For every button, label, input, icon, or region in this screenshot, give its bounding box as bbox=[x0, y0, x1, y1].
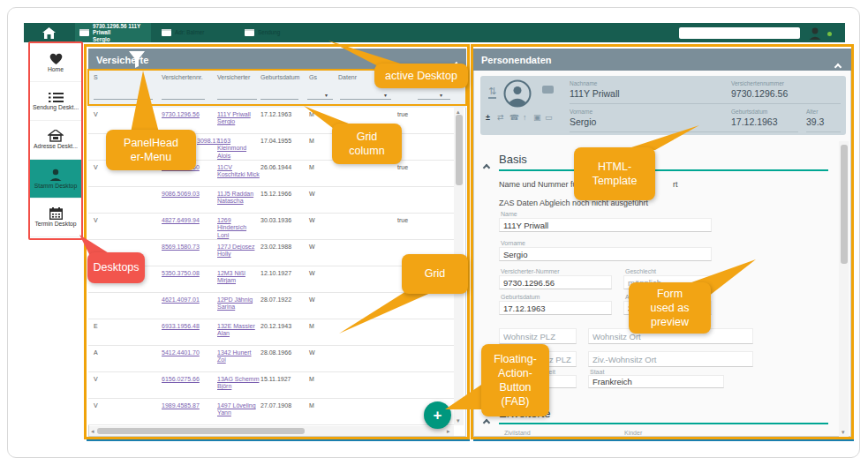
sidebar-item-adresse-desktop[interactable]: Adresse Deskt... bbox=[29, 121, 82, 160]
field-label: Geburtsdatum bbox=[731, 109, 767, 115]
scroll-left-icon[interactable]: ◂ bbox=[91, 428, 94, 434]
vorname-field[interactable] bbox=[499, 247, 712, 261]
home-button[interactable] bbox=[24, 23, 73, 42]
filter-input[interactable] bbox=[418, 99, 450, 100]
versicherter-link[interactable]: 1342 Hunert Zoi bbox=[217, 349, 260, 364]
cell-gs: M bbox=[309, 111, 314, 118]
scroll-up-icon[interactable]: ▴ bbox=[457, 109, 460, 115]
section-title-basis[interactable]: Basis bbox=[499, 153, 527, 166]
plus-minus-icon[interactable]: ± bbox=[486, 114, 490, 122]
grid-hscroll-thumb[interactable] bbox=[97, 428, 305, 434]
filter-input[interactable] bbox=[94, 99, 153, 100]
filter-dropdown-icon[interactable]: ▾ bbox=[440, 92, 442, 98]
tab-sendung[interactable]: Sendung bbox=[240, 23, 284, 42]
chat-icon[interactable] bbox=[542, 86, 554, 94]
section-collapse-icon[interactable] bbox=[484, 158, 489, 174]
filter-funnel-icon[interactable] bbox=[129, 51, 145, 69]
scroll-down-icon[interactable]: ▾ bbox=[457, 417, 460, 424]
collapse-up-icon[interactable] bbox=[835, 57, 841, 73]
copy-icon[interactable]: ▣ bbox=[533, 114, 541, 122]
field-label: Versicherter-Nummer bbox=[501, 268, 560, 274]
filter-input[interactable] bbox=[307, 99, 333, 100]
versicherter-link[interactable]: 127J Dejosez Holly bbox=[217, 244, 260, 259]
table-row[interactable]: E6933.1956.48132E Massier Alan20.12.1943… bbox=[88, 319, 454, 346]
table-row[interactable]: 9086.5069.0311J5 Raddan Natascha15.12.19… bbox=[88, 187, 454, 214]
tab-adr-balmer[interactable]: Adr: Balmer bbox=[157, 23, 208, 42]
grid-vscroll-thumb[interactable] bbox=[456, 115, 463, 185]
phone-icon[interactable]: ☎ bbox=[509, 114, 519, 122]
versicherter-link[interactable]: 12PD Jähnig Sarina bbox=[217, 296, 260, 311]
global-search-input[interactable] bbox=[679, 27, 800, 39]
arrow-up-icon[interactable]: ↑ bbox=[523, 114, 527, 122]
home-icon bbox=[42, 27, 56, 39]
field-label: Alter bbox=[806, 109, 818, 115]
name-field[interactable] bbox=[499, 218, 712, 232]
filter-dropdown-icon[interactable]: ▾ bbox=[384, 92, 387, 98]
cell-geburtsdatum: 12.10.1927 bbox=[260, 270, 291, 277]
window-icon bbox=[79, 29, 89, 36]
column-header[interactable]: Versicherter bbox=[217, 74, 250, 80]
cell-gs: W bbox=[309, 217, 315, 224]
versicherter-link[interactable]: 11J5 Raddan Natascha bbox=[217, 191, 260, 206]
versicherter-link[interactable]: 1497 Löveling Yann bbox=[217, 402, 260, 417]
versicherter-link[interactable]: 1163 Kleinmond Alois bbox=[217, 138, 260, 160]
table-row[interactable]: A5412.4401.701342 Hunert Zoi28.08.1966W bbox=[88, 346, 454, 372]
versichertennr-link[interactable]: 1989.4585.87 bbox=[162, 402, 200, 409]
staat-field[interactable] bbox=[588, 375, 724, 388]
versichertennr-link[interactable]: 4827.6499.94 bbox=[162, 217, 200, 224]
cell-gs: M bbox=[309, 402, 314, 409]
column-header[interactable]: Versichertennr. bbox=[162, 74, 203, 80]
versichertennr-link[interactable]: 6933.1956.48 bbox=[162, 323, 200, 330]
versichertennr-link[interactable]: 9086.5069.03 bbox=[162, 191, 200, 198]
versicherter-nummer-field[interactable] bbox=[499, 275, 612, 289]
scroll-down-icon[interactable]: ▾ bbox=[842, 429, 845, 435]
wohnsitz-plz-field[interactable] bbox=[499, 328, 577, 344]
table-row[interactable]: V6156.0275.6613AG Schemm Björn15.11.1927… bbox=[88, 372, 454, 399]
versicherter-link[interactable]: 12M3 Nißl Mirjam bbox=[217, 270, 260, 285]
versicherter-link[interactable]: 11CV Koschitzki Mick bbox=[217, 164, 260, 179]
form-vscroll-thumb[interactable] bbox=[841, 145, 848, 264]
table-row[interactable]: V1989.4585.871497 Löveling Yann27.07.190… bbox=[88, 399, 454, 425]
versicherter-link[interactable]: 111Y Priwall Sergio bbox=[217, 111, 260, 126]
cell-status: V bbox=[94, 111, 98, 118]
geburtsdatum-field[interactable] bbox=[499, 301, 612, 315]
column-header[interactable]: Geburtsdatum bbox=[260, 74, 299, 80]
callout-active-desktop: active Desktop bbox=[374, 64, 468, 88]
filter-dropdown-icon[interactable]: ▾ bbox=[325, 92, 328, 98]
versichertennr-link[interactable]: 9730.1296.56 bbox=[162, 111, 200, 118]
versicherter-link[interactable]: 13AG Schemm Björn bbox=[217, 376, 260, 391]
comment-icon[interactable]: ▭ bbox=[545, 114, 553, 122]
filter-input[interactable] bbox=[162, 99, 205, 100]
versicherter-link[interactable]: 132E Massier Alan bbox=[217, 323, 260, 338]
sidebar-item-termin-desktop[interactable]: Termin Desktop bbox=[29, 199, 82, 237]
scroll-right-icon[interactable]: ▸ bbox=[447, 428, 450, 434]
sidebar-item-stamm-desktop[interactable]: Stamm Desktop bbox=[29, 160, 82, 199]
versicherter-link[interactable]: 1269 Hindersich Loni bbox=[217, 217, 260, 239]
cell-gs: M bbox=[309, 138, 314, 145]
versichertennr-link[interactable]: 6156.0275.66 bbox=[162, 376, 200, 383]
cell-status: V bbox=[94, 217, 98, 224]
filter-input[interactable] bbox=[340, 99, 391, 100]
filter-input[interactable] bbox=[260, 99, 298, 100]
cell-gs: M bbox=[309, 164, 314, 171]
column-header[interactable]: Gs bbox=[309, 74, 317, 80]
sidebar-item-home[interactable]: Home bbox=[29, 43, 82, 82]
table-row[interactable]: 4621.4097.0112PD Jähnig Sarina28.07.1922… bbox=[88, 293, 454, 319]
table-row[interactable]: V4827.6499.941269 Hindersich Loni30.03.1… bbox=[88, 214, 454, 240]
tab-desktop-priwall[interactable]: 9730.1296.56 111Y Priwall Sergio bbox=[75, 23, 151, 42]
ziv-wohnsitz-ort-field[interactable] bbox=[588, 351, 753, 367]
versichertennr-link[interactable]: 8569.1580.73 bbox=[162, 244, 200, 251]
column-header[interactable]: Datenr bbox=[338, 74, 357, 80]
add-record-fab[interactable]: + bbox=[424, 401, 451, 429]
filter-input[interactable] bbox=[217, 99, 257, 100]
column-header[interactable]: S bbox=[94, 74, 98, 80]
swap-icon[interactable]: ⇄ bbox=[497, 114, 504, 122]
versichertennr-link[interactable]: 5412.4401.70 bbox=[162, 349, 200, 356]
sidebar-item-sendung-desktop[interactable]: Sendung Deskt... bbox=[29, 82, 82, 121]
versichertennr-link[interactable]: 4621.4097.01 bbox=[162, 296, 200, 304]
cell-status: V bbox=[94, 164, 98, 171]
field-label: Geburtsdatum bbox=[501, 294, 540, 300]
versichertennr-link[interactable]: 5350.3750.08 bbox=[162, 270, 200, 277]
cell-gs: W bbox=[309, 244, 315, 251]
import-export-icon[interactable]: ⇅ bbox=[488, 86, 496, 99]
